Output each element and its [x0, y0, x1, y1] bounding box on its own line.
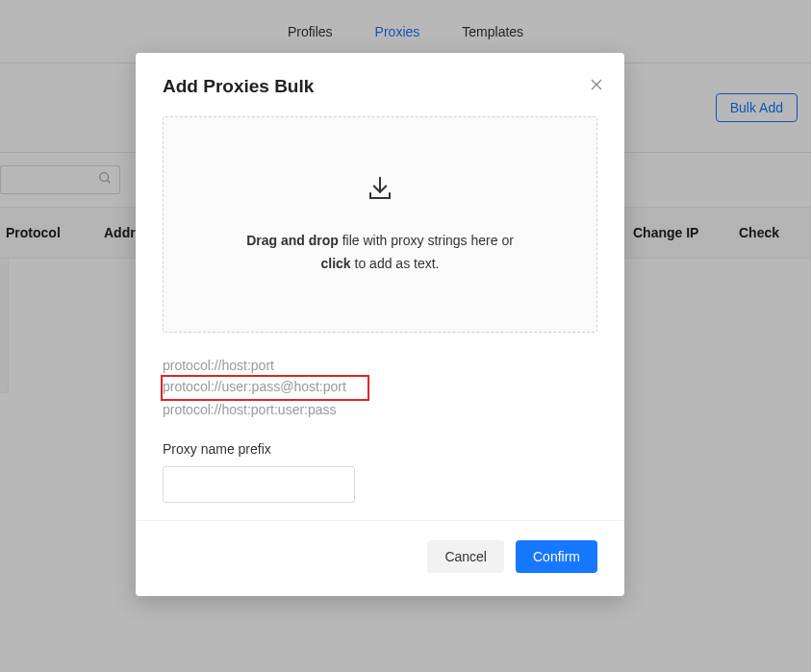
confirm-button[interactable]: Confirm — [516, 540, 597, 573]
format-line-2-highlighted: protocol://user:pass@host:port — [161, 375, 369, 401]
proxy-name-prefix-label: Proxy name prefix — [163, 441, 597, 457]
modal-title: Add Proxies Bulk — [163, 76, 314, 97]
add-proxies-bulk-modal: Add Proxies Bulk Drag and drop file with… — [136, 53, 624, 596]
modal-body: Drag and drop file with proxy strings he… — [136, 116, 624, 520]
cancel-button[interactable]: Cancel — [427, 540, 504, 573]
dropzone-strong-2: click — [321, 256, 351, 271]
dropzone-text: Drag and drop file with proxy strings he… — [246, 230, 514, 276]
modal-footer: Cancel Confirm — [136, 520, 624, 596]
download-icon — [366, 174, 394, 207]
format-line-3: protocol://host:port:user:pass — [163, 400, 597, 420]
dropzone-mid: file with proxy strings here or — [339, 233, 514, 248]
format-line-1: protocol://host:port — [163, 356, 597, 376]
dropzone-tail: to add as text. — [351, 256, 440, 271]
dropzone-strong-1: Drag and drop — [246, 233, 339, 248]
close-icon[interactable] — [590, 78, 603, 93]
modal-header: Add Proxies Bulk — [136, 53, 624, 116]
proxy-format-hints: protocol://host:port protocol://user:pas… — [163, 356, 597, 420]
proxy-dropzone[interactable]: Drag and drop file with proxy strings he… — [163, 116, 597, 333]
proxy-name-prefix-input[interactable] — [163, 466, 355, 503]
